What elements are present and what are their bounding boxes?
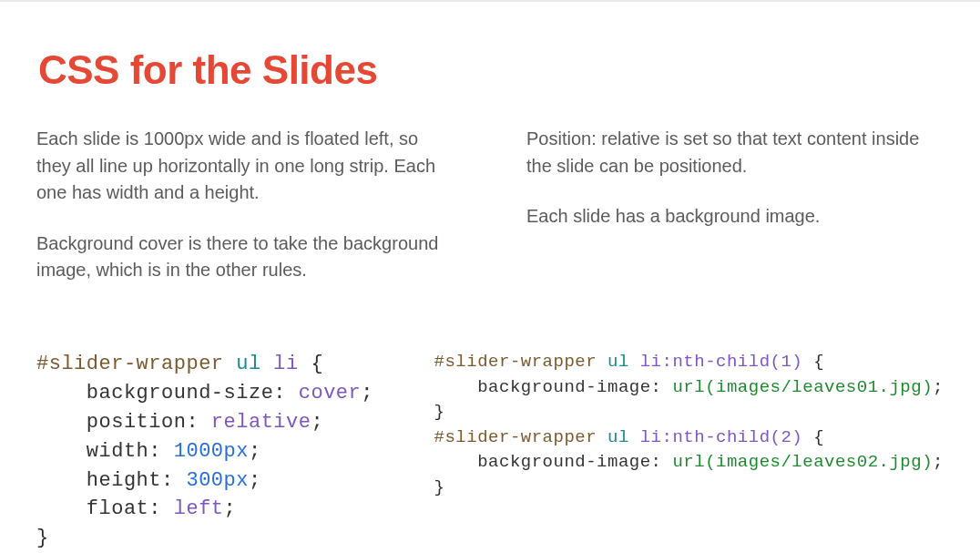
css-code: #slider-wrapper ul li { background-size:… <box>36 350 398 553</box>
brace: { <box>813 352 824 372</box>
css-function: url <box>672 452 705 472</box>
code-block-right: #slider-wrapper ul li:nth-child(1) { bac… <box>434 350 944 553</box>
css-code: #slider-wrapper ul li:nth-child(1) { bac… <box>434 350 944 500</box>
paragraph: Position: relative is set so that text c… <box>526 126 944 179</box>
css-value: (images/leaves02.jpg) <box>705 452 933 472</box>
css-value: (images/leaves01.jpg) <box>705 377 933 397</box>
brace: { <box>311 353 323 375</box>
css-value: relative <box>211 411 311 434</box>
css-value: cover <box>299 382 362 405</box>
brace: } <box>36 527 49 549</box>
css-property: position <box>87 411 187 434</box>
css-value: left <box>174 497 224 520</box>
selector-id: #slider-wrapper <box>36 353 224 375</box>
css-property: width <box>87 440 149 463</box>
selector-tag: ul <box>607 352 629 372</box>
css-property: background-image <box>477 452 650 472</box>
css-value: 1000px <box>174 440 249 463</box>
code-columns: #slider-wrapper ul li { background-size:… <box>36 350 944 553</box>
css-property: float <box>87 497 149 520</box>
css-property: height <box>87 469 161 492</box>
selector-id: #slider-wrapper <box>434 427 597 447</box>
brace: { <box>813 427 824 447</box>
selector-tag: li:nth-child <box>640 427 771 447</box>
brace: } <box>434 477 445 497</box>
css-property: background-image <box>477 377 650 397</box>
selector-tag: li <box>273 353 298 375</box>
paragraph: Background cover is there to take the ba… <box>36 230 454 284</box>
css-property: background-size <box>87 382 274 405</box>
css-value: 300px <box>186 469 249 492</box>
selector-arg: (1) <box>771 352 803 372</box>
paragraph: Each slide is 1000px wide and is floated… <box>36 126 454 207</box>
left-text-column: Each slide is 1000px wide and is floated… <box>36 126 454 308</box>
slide-title: CSS for the Slides <box>38 47 944 93</box>
selector-tag: li:nth-child <box>640 352 771 372</box>
code-block-left: #slider-wrapper ul li { background-size:… <box>36 350 398 553</box>
selector-arg: (2) <box>771 427 803 447</box>
selector-tag: ul <box>607 427 629 447</box>
paragraph: Each slide has a background image. <box>526 203 944 230</box>
selector-id: #slider-wrapper <box>434 352 597 372</box>
selector-tag: ul <box>236 353 260 375</box>
right-text-column: Position: relative is set so that text c… <box>526 126 944 308</box>
text-columns: Each slide is 1000px wide and is floated… <box>36 126 944 308</box>
css-function: url <box>672 377 705 397</box>
brace: } <box>434 402 445 422</box>
